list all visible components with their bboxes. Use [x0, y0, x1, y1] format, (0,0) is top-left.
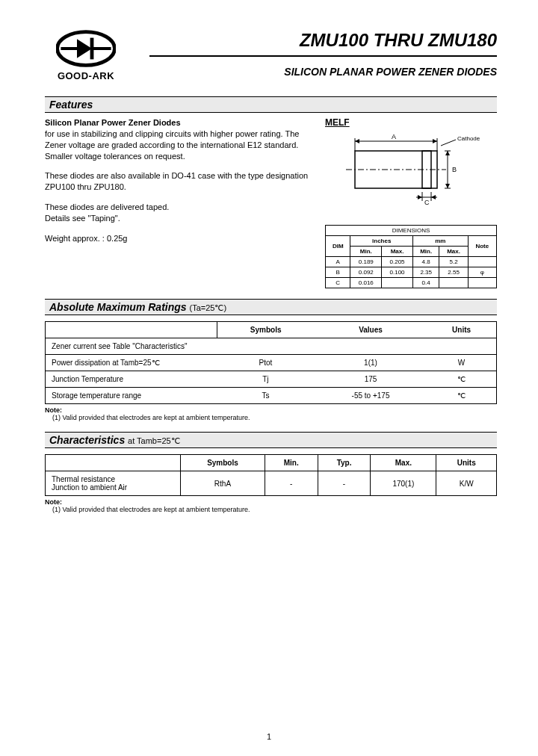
melf-block: MELF A Cathode Mark B — [325, 117, 497, 288]
amr-col-param — [46, 322, 217, 338]
amr-col-symbols: Symbols — [217, 322, 315, 338]
table-row: A 0.189 0.205 4.8 5.2 — [326, 257, 497, 267]
dim-a-label: A — [392, 133, 396, 140]
dim-col-min1: Min. — [350, 247, 382, 257]
features-text: Silicon Planar Power Zener Diodes for us… — [45, 117, 325, 288]
page-title: ZMU100 THRU ZMU180 — [149, 30, 497, 51]
dim-col-max1: Max. — [382, 247, 413, 257]
features-row: Silicon Planar Power Zener Diodes for us… — [45, 117, 497, 288]
table-row: C 0.016 0.4 — [326, 278, 497, 288]
amr-heading-text: Absolute Maximum Ratings — [49, 301, 187, 313]
char-note-label: Note: — [45, 498, 62, 506]
amr-note: Note: (1) Valid provided that electrodes… — [45, 406, 497, 421]
dim-col-max2: Max. — [439, 247, 468, 257]
char-heading-text: Characteristics — [49, 434, 125, 446]
table-row: Storage temperature range Ts -55 to +175… — [46, 388, 497, 404]
cathode-mark-label: Cathode Mark — [457, 135, 482, 142]
amr-col-units: Units — [427, 322, 496, 338]
features-p2: These diodes are also available in DO-41… — [45, 170, 316, 193]
table-row: B 0.092 0.100 2.35 2.55 φ — [326, 267, 497, 278]
dim-col-inches: inches — [350, 236, 412, 247]
page: GOOD-ARK ZMU100 THRU ZMU180 SILICON PLAN… — [0, 0, 538, 756]
table-row: Power dissipation at Tamb=25℃ Ptot 1(1) … — [46, 355, 497, 371]
dim-col-min2: Min. — [412, 247, 439, 257]
title-rule — [149, 55, 497, 57]
brand-name: GOOD-ARK — [45, 70, 127, 81]
table-row: Junction Temperature Tj 175 ℃ — [46, 371, 497, 388]
amr-table: Symbols Values Units Zener current see T… — [45, 321, 497, 404]
dimensions-table: DIMENSIONS DIM inches mm Note Min. Max. … — [325, 225, 497, 288]
logo-block: GOOD-ARK — [45, 30, 127, 81]
page-number: 1 — [267, 732, 271, 741]
melf-label: MELF — [325, 117, 497, 128]
svg-marker-9 — [433, 139, 437, 143]
table-row: Thermal resistance Junction to ambient A… — [46, 471, 497, 496]
amr-col-values: Values — [315, 322, 427, 338]
page-subtitle: SILICON PLANAR POWER ZENER DIODES — [149, 66, 497, 78]
features-p1: for use in stabilizing and clipping circ… — [45, 129, 299, 161]
header: GOOD-ARK ZMU100 THRU ZMU180 SILICON PLAN… — [45, 30, 497, 81]
char-col-param — [46, 455, 181, 471]
svg-marker-17 — [445, 151, 450, 155]
char-col-units: Units — [436, 455, 497, 471]
char-cond: at Tamb=25℃ — [128, 436, 180, 445]
amr-note-text: (1) Valid provided that electrodes are k… — [52, 414, 250, 421]
char-col-symbols: Symbols — [181, 455, 265, 471]
svg-marker-23 — [431, 195, 436, 199]
char-note: Note: (1) Valid provided that electrodes… — [45, 498, 497, 513]
features-p4: Weight approx. : 0.25g — [45, 233, 316, 244]
dim-col-mm: mm — [412, 236, 468, 247]
features-heading-text: Features — [49, 99, 93, 111]
dim-c-label: C — [424, 199, 430, 206]
package-drawing: A Cathode Mark B C — [325, 132, 482, 207]
svg-marker-22 — [418, 195, 422, 199]
svg-marker-8 — [355, 139, 359, 143]
title-block: ZMU100 THRU ZMU180 SILICON PLANAR POWER … — [127, 30, 497, 78]
dim-title: DIMENSIONS — [326, 226, 497, 236]
svg-marker-2 — [77, 39, 92, 58]
char-col-typ: Typ. — [318, 455, 371, 471]
svg-line-10 — [441, 140, 456, 146]
amr-cond: (Ta=25℃) — [189, 303, 226, 312]
char-note-text: (1) Valid provided that electrodes are k… — [52, 506, 250, 513]
table-row: Zener current see Table "Characteristics… — [46, 338, 497, 355]
dim-b-label: B — [452, 166, 457, 173]
dim-col-dim: DIM — [326, 236, 350, 257]
dim-col-note: Note — [468, 236, 496, 257]
diode-logo-icon — [56, 30, 116, 67]
char-table: Symbols Min. Typ. Max. Units Thermal res… — [45, 454, 497, 496]
features-lead: Silicon Planar Power Zener Diodes — [45, 118, 181, 127]
features-heading: Features — [45, 96, 497, 113]
amr-note-label: Note: — [45, 406, 62, 414]
svg-marker-18 — [445, 184, 450, 188]
features-p3: These diodes are delivered taped. Detail… — [45, 202, 316, 224]
amr-heading: Absolute Maximum Ratings (Ta=25℃) — [45, 299, 497, 315]
char-col-max: Max. — [371, 455, 436, 471]
char-heading: Characteristics at Tamb=25℃ — [45, 432, 497, 448]
char-col-min: Min. — [265, 455, 318, 471]
